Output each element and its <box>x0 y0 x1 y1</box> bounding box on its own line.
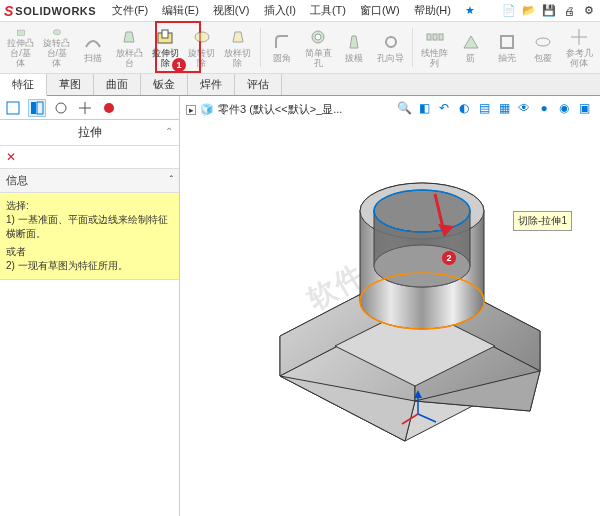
menu-insert[interactable]: 插入(I) <box>258 1 302 20</box>
tab-surface[interactable]: 曲面 <box>94 74 141 95</box>
view-orient-icon[interactable]: ▤ <box>476 100 492 116</box>
svg-rect-4 <box>162 30 168 38</box>
ribbon-rib[interactable]: 筋 <box>454 24 487 72</box>
tab-weld[interactable]: 焊件 <box>188 74 235 95</box>
ribbon-loft-boss[interactable]: 放样凸台 <box>113 24 146 72</box>
ribbon-linear-pattern[interactable]: 线性阵列 <box>418 24 451 72</box>
svg-point-1 <box>53 30 60 35</box>
property-title: 拉伸 ⌃ <box>0 120 179 146</box>
ribbon-ref-geom[interactable]: 参考几何体 <box>563 24 596 72</box>
ribbon-separator-1 <box>260 28 261 67</box>
feature-callout[interactable]: 切除-拉伸1 <box>513 211 572 231</box>
options-icon[interactable]: ⚙ <box>582 4 596 18</box>
tab-evaluate[interactable]: 评估 <box>235 74 282 95</box>
property-close-row: ✕ <box>0 146 179 169</box>
msg-or: 或者 <box>6 245 173 259</box>
close-icon[interactable]: ✕ <box>6 150 16 164</box>
svg-point-10 <box>386 37 396 47</box>
tab-sheet[interactable]: 钣金 <box>141 74 188 95</box>
menu-help[interactable]: 帮助(H) <box>408 1 457 20</box>
ribbon-toolbar: 1 拉伸凸台/基体 旋转凸台/基体 扫描 放样凸台 拉伸切除 旋转切除 放样切除… <box>0 22 600 74</box>
sidebar-tab-property[interactable] <box>28 99 46 117</box>
breadcrumb-part-name: 零件3 (默认<<默认>_显... <box>218 102 342 117</box>
menu-quick-icons: 📄 📂 💾 🖨 ⚙ <box>502 4 596 18</box>
tab-feature[interactable]: 特征 <box>0 74 47 96</box>
render-icon[interactable]: ▣ <box>576 100 592 116</box>
svg-point-5 <box>195 32 209 42</box>
svg-point-35 <box>374 245 470 287</box>
svg-marker-9 <box>350 36 358 48</box>
new-icon[interactable]: 📄 <box>502 4 516 18</box>
msg-line1: 1) 一基准面、平面或边线来绘制特征横断面。 <box>6 213 173 241</box>
property-pin-icon[interactable]: ⌃ <box>165 126 173 137</box>
prev-view-icon[interactable]: ↶ <box>436 100 452 116</box>
zoom-fit-icon[interactable]: 🔍 <box>396 100 412 116</box>
svg-point-21 <box>56 103 66 113</box>
svg-marker-6 <box>233 32 243 42</box>
display-style-icon[interactable]: ▦ <box>496 100 512 116</box>
model-3d-view[interactable] <box>240 146 580 476</box>
ribbon-shell[interactable]: 抽壳 <box>490 24 523 72</box>
property-info-header[interactable]: 信息 ˆ <box>0 169 179 193</box>
main-area: 拉伸 ⌃ ✕ 信息 ˆ 选择: 1) 一基准面、平面或边线来绘制特征横断面。 或… <box>0 96 600 516</box>
msg-line2: 2) 一现有草图为特征所用。 <box>6 259 173 273</box>
sidebar-tab-appearance[interactable] <box>100 99 118 117</box>
tab-sketch[interactable]: 草图 <box>47 74 94 95</box>
property-info-label: 信息 <box>6 173 28 188</box>
menu-edit[interactable]: 编辑(E) <box>156 1 205 20</box>
hide-show-icon[interactable]: 👁 <box>516 100 532 116</box>
ribbon-wrap[interactable]: 包覆 <box>527 24 560 72</box>
svg-rect-13 <box>439 34 443 40</box>
heads-up-toolbar: 🔍 ◧ ↶ ◐ ▤ ▦ 👁 ● ◉ ▣ <box>396 100 592 116</box>
logo-prefix: S <box>4 3 13 19</box>
menu-tools[interactable]: 工具(T) <box>304 1 352 20</box>
expand-icon[interactable]: ▸ <box>186 105 196 115</box>
open-icon[interactable]: 📂 <box>522 4 536 18</box>
svg-rect-0 <box>17 30 24 35</box>
svg-rect-19 <box>31 102 36 114</box>
ribbon-hole-wizard[interactable]: 孔向导 <box>374 24 407 72</box>
save-icon[interactable]: 💾 <box>542 4 556 18</box>
sidebar-tab-feature-tree[interactable] <box>4 99 22 117</box>
menu-star[interactable]: ★ <box>459 2 481 19</box>
svg-rect-14 <box>501 36 513 48</box>
logo-text: SOLIDWORKS <box>15 5 96 17</box>
ribbon-extrude-boss[interactable]: 拉伸凸台/基体 <box>4 24 37 72</box>
sidebar-tab-config[interactable] <box>52 99 70 117</box>
property-message-box: 选择: 1) 一基准面、平面或边线来绘制特征横断面。 或者 2) 一现有草图为特… <box>0 193 179 280</box>
section-view-icon[interactable]: ◐ <box>456 100 472 116</box>
svg-rect-20 <box>37 102 43 114</box>
msg-select: 选择: <box>6 199 173 213</box>
svg-point-15 <box>536 38 550 46</box>
menu-bar: S SOLIDWORKS 文件(F) 编辑(E) 视图(V) 插入(I) 工具(… <box>0 0 600 22</box>
menu-file[interactable]: 文件(F) <box>106 1 154 20</box>
feature-tree-flyout[interactable]: ▸ 🧊 零件3 (默认<<默认>_显... <box>186 102 342 117</box>
ribbon-fillet[interactable]: 圆角 <box>265 24 298 72</box>
svg-rect-12 <box>433 34 437 40</box>
menu-window[interactable]: 窗口(W) <box>354 1 406 20</box>
scene-icon[interactable]: ◉ <box>556 100 572 116</box>
svg-point-8 <box>315 34 321 40</box>
ribbon-revolve-boss[interactable]: 旋转凸台/基体 <box>40 24 73 72</box>
ribbon-sweep[interactable]: 扫描 <box>76 24 109 72</box>
ribbon-loft-cut[interactable]: 放样切除 <box>221 24 254 72</box>
svg-rect-18 <box>7 102 19 114</box>
sidebar-tab-dim[interactable] <box>76 99 94 117</box>
graphics-viewport[interactable]: 🔍 ◧ ↶ ◐ ▤ ▦ 👁 ● ◉ ▣ ▸ 🧊 零件3 (默认<<默认>_显..… <box>180 96 600 516</box>
appearance-icon[interactable]: ● <box>536 100 552 116</box>
ribbon-separator-2 <box>412 28 413 67</box>
ribbon-revolve-cut[interactable]: 旋转切除 <box>185 24 218 72</box>
command-manager-tabs: 特征 草图 曲面 钣金 焊件 评估 <box>0 74 600 96</box>
svg-point-24 <box>104 103 114 113</box>
highlight-badge-2: 2 <box>442 251 456 265</box>
menu-view[interactable]: 视图(V) <box>207 1 256 20</box>
print-icon[interactable]: 🖨 <box>562 4 576 18</box>
ribbon-simple-hole[interactable]: 简单直孔 <box>302 24 335 72</box>
zoom-area-icon[interactable]: ◧ <box>416 100 432 116</box>
collapse-icon[interactable]: ˆ <box>170 175 173 186</box>
sidebar-tab-strip <box>0 96 179 120</box>
ribbon-draft[interactable]: 拔模 <box>338 24 371 72</box>
svg-rect-11 <box>427 34 431 40</box>
ribbon-extrude-cut[interactable]: 拉伸切除 <box>149 24 182 72</box>
svg-marker-2 <box>124 32 134 42</box>
